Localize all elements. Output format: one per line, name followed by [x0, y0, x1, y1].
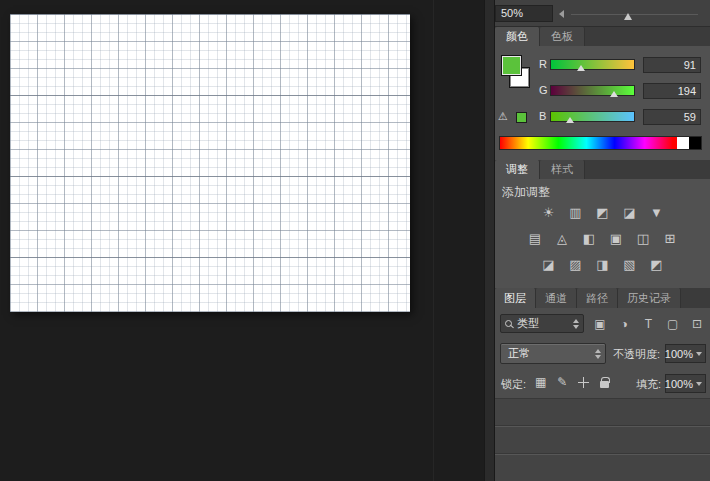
adjustment-icon-row: ▤ ◬ ◧ ▣ ◫ ⊞: [495, 229, 710, 249]
blend-mode-dropdown[interactable]: 正常: [500, 343, 606, 364]
layer-row-separator: [495, 425, 710, 426]
channel-label-green: G: [539, 84, 548, 96]
adjustment-icon-photo-filter[interactable]: ▣: [604, 229, 628, 249]
tab-layers[interactable]: 图层: [495, 288, 536, 308]
lock-transparent-pixels-icon[interactable]: ▦: [535, 373, 546, 391]
chevron-updown-icon: [573, 319, 579, 329]
tab-paths[interactable]: 路径: [577, 288, 618, 308]
lock-buttons: ▦ ✎: [535, 373, 609, 391]
opacity-field[interactable]: 100%: [665, 344, 706, 363]
channel-slider-red[interactable]: [550, 59, 635, 70]
tab-adjustments[interactable]: 调整: [495, 160, 540, 179]
adjustment-icon-black-white[interactable]: ◧: [577, 229, 601, 249]
layer-row-separator: [495, 453, 710, 454]
fill-label: 填充:: [636, 377, 661, 392]
channel-label-blue: B: [539, 110, 546, 122]
adjustment-icon-selective-color[interactable]: ◩: [645, 255, 669, 275]
channel-slider-green[interactable]: [550, 85, 635, 96]
layers-list[interactable]: [495, 398, 710, 481]
chevron-down-icon: [696, 352, 702, 356]
color-panel-tab-bar: 颜色 色板: [495, 27, 710, 46]
foreground-color-swatch[interactable]: [502, 56, 521, 75]
layer-filter-kind-label: 类型: [517, 316, 573, 331]
zoom-level-field[interactable]: 50%: [495, 5, 553, 22]
filter-smart-objects-icon[interactable]: ⊡: [687, 317, 707, 331]
channel-value-red[interactable]: 91: [643, 57, 701, 73]
adjustment-icon-invert[interactable]: ◪: [537, 255, 561, 275]
tab-swatches[interactable]: 色板: [540, 27, 585, 46]
layer-filter-buttons: ▣ ◑ T ▢ ⊡: [590, 314, 707, 333]
adjustment-icon-row: ☀ ▥ ◩ ◪ ▼: [495, 203, 710, 223]
adjustment-icon-gradient-map[interactable]: ▧: [618, 255, 642, 275]
zoom-slider[interactable]: [571, 8, 698, 20]
adjustment-icon-channel-mixer[interactable]: ◫: [631, 229, 655, 249]
adjustment-icon-color-balance[interactable]: ◬: [550, 229, 574, 249]
lock-image-pixels-icon[interactable]: ✎: [557, 373, 567, 391]
channel-slider-blue[interactable]: [550, 111, 635, 122]
channel-value-green[interactable]: 194: [643, 83, 701, 99]
lock-label: 锁定:: [501, 377, 526, 392]
color-panel: 颜色 色板 R 91 G 194: [495, 27, 710, 160]
photoshop-window: 50% 颜色 色板 R 91: [0, 0, 710, 481]
color-spectrum-ramp[interactable]: [499, 136, 702, 150]
adjustments-tab-bar: 调整 样式: [495, 160, 710, 179]
tab-channels[interactable]: 通道: [536, 288, 577, 308]
opacity-value: 100%: [665, 348, 693, 360]
panel-dock-gutter[interactable]: [484, 0, 495, 481]
gamut-color-swatch[interactable]: [516, 112, 527, 123]
adjustment-icon-exposure[interactable]: ◪: [618, 203, 642, 223]
channel-row-blue: ⚠ B 59: [495, 109, 710, 125]
channel-slider-thumb-green[interactable]: [610, 91, 618, 97]
adjustment-icon-brightness-contrast[interactable]: ☀: [537, 203, 561, 223]
tab-history[interactable]: 历史记录: [618, 288, 681, 308]
lock-all-icon[interactable]: [600, 381, 609, 388]
adjustment-icon-color-lookup[interactable]: ⊞: [658, 229, 682, 249]
filter-adjustment-layers-icon[interactable]: ◑: [614, 317, 634, 331]
color-panel-body: R 91 G 194 ⚠ B: [495, 46, 710, 160]
document-canvas[interactable]: [10, 14, 410, 312]
tab-styles[interactable]: 样式: [540, 160, 585, 179]
lock-position-icon[interactable]: [578, 377, 589, 388]
fill-value: 100%: [665, 378, 693, 390]
channel-slider-thumb-red[interactable]: [577, 65, 585, 71]
adjustments-panel: 调整 样式 添加调整 ☀ ▥ ◩ ◪ ▼ ▤ ◬ ◧ ▣ ◫ ⊞ ◪ ▨: [495, 160, 710, 288]
filter-shape-layers-icon[interactable]: ▢: [663, 317, 683, 331]
tab-color[interactable]: 颜色: [495, 27, 540, 46]
channel-value-blue[interactable]: 59: [643, 109, 701, 125]
opacity-label: 不透明度:: [613, 347, 660, 362]
zoom-slider-thumb[interactable]: [624, 13, 632, 20]
adjustment-icon-posterize[interactable]: ▨: [564, 255, 588, 275]
panel-dock: 50% 颜色 色板 R 91: [495, 0, 710, 481]
chevron-updown-icon: [595, 349, 601, 359]
fill-field[interactable]: 100%: [665, 374, 706, 393]
blend-mode-value: 正常: [508, 346, 595, 361]
filter-pixel-layers-icon[interactable]: ▣: [590, 317, 610, 331]
gamut-warning-icon[interactable]: ⚠: [498, 109, 508, 123]
canvas-edge-line: [433, 0, 434, 481]
channel-label-red: R: [539, 58, 547, 70]
canvas-area[interactable]: [0, 0, 484, 481]
channel-slider-thumb-blue[interactable]: [566, 117, 574, 123]
zoom-slider-min-icon[interactable]: [559, 10, 564, 18]
adjustment-icon-curves[interactable]: ◩: [591, 203, 615, 223]
zoom-bar: 50%: [495, 0, 710, 27]
layers-tab-bar: 图层 通道 路径 历史记录: [495, 288, 710, 308]
search-icon: [505, 320, 512, 327]
adjustment-icon-threshold[interactable]: ◨: [591, 255, 615, 275]
adjustment-icon-row: ◪ ▨ ◨ ▧ ◩: [495, 255, 710, 275]
adjustment-icon-levels[interactable]: ▥: [564, 203, 588, 223]
chevron-down-icon: [696, 382, 702, 386]
adjustment-icon-hue-saturation[interactable]: ▤: [523, 229, 547, 249]
layers-panel: 图层 通道 路径 历史记录 类型 ▣ ◑ T ▢ ⊡ 正常: [495, 288, 710, 481]
adjustment-icon-vibrance[interactable]: ▼: [645, 203, 669, 223]
add-adjustment-title: 添加调整: [502, 184, 550, 201]
filter-type-layers-icon[interactable]: T: [639, 317, 659, 331]
layer-filter-kind-dropdown[interactable]: 类型: [500, 314, 584, 333]
